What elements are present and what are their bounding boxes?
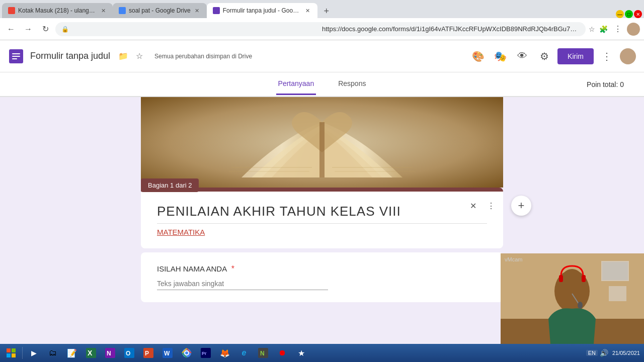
tab-respons[interactable]: Respons [336,73,368,95]
svg-rect-20 [602,262,628,280]
new-tab-button[interactable]: + [319,4,334,18]
form-subtitle: MATEMATIKA [157,228,487,236]
gmail-favicon [8,7,15,14]
app-header: Formulir tanpa judul 📁 ☆ Semua perubahan… [0,40,644,72]
card-actions: ✕ ⋮ [465,198,499,214]
addon-icon[interactable]: 🎨 [469,47,487,65]
start-button[interactable] [2,344,20,361]
svg-text:Pr: Pr [202,351,207,356]
tab-forms[interactable]: Formulir tanpa judul - Google F... ✕ [207,3,317,18]
svg-rect-22 [7,348,11,352]
taskbar-onenote-icon[interactable]: N [101,344,119,361]
taskbar-powerpoint-icon[interactable]: P [139,344,157,361]
svg-rect-21 [609,286,626,301]
section-badge: Bagian 1 dari 2 [141,178,199,192]
add-question-button[interactable]: + [511,196,531,216]
bookmark-star-icon[interactable]: ☆ [589,25,595,33]
taskbar-media-icon[interactable]: ▶ [25,344,43,361]
svg-text:O: O [126,350,130,357]
taskbar-notepad-icon[interactable]: 📝 [63,344,81,361]
svg-point-14 [561,269,583,293]
maximize-button[interactable]: □ [625,10,633,18]
taskbar-chrome-icon[interactable] [178,344,196,361]
tab-gmail[interactable]: Kotak Masuk (218) - ulanganmt... ✕ [2,3,113,18]
form-tabs: Pertanyaan Respons [0,72,644,97]
taskbar-separator [22,347,23,359]
svg-rect-24 [7,353,11,357]
settings-icon[interactable]: ⚙ [535,47,553,65]
taskbar-premiere-icon[interactable]: Pr [197,344,215,361]
collapse-icon[interactable]: ✕ [465,198,481,214]
user-avatar[interactable] [620,48,636,64]
question-label: ISILAH NAMA ANDA * [157,264,487,274]
profile-avatar[interactable] [627,23,640,36]
forward-button[interactable]: → [21,22,35,36]
save-status: Semua perubahan disimpan di Drive [154,53,252,60]
form-tabs-row: Pertanyaan Respons Poin total: 0 [0,72,644,97]
tab-drive-close[interactable]: ✕ [194,8,201,14]
forms-favicon [213,7,220,14]
question-card: ISILAH NAMA ANDA * [141,252,503,302]
points-total: Poin total: 0 [587,80,624,88]
extension-icon[interactable]: 🧩 [599,25,608,33]
short-answer-input[interactable] [157,280,328,290]
volume-icon[interactable]: 🔊 [600,349,608,357]
svg-rect-1 [12,53,20,54]
star-icon[interactable]: ☆ [132,49,146,63]
taskbar-date: 21/05/2021 [610,350,642,356]
address-bar-area: ← → ↻ 🔒 https://docs.google.com/forms/d/… [0,18,644,40]
taskbar-extra-icon[interactable]: ★ [292,344,310,361]
drive-favicon [119,7,126,14]
tab-pertanyaan[interactable]: Pertanyaan [276,73,316,95]
tab-drive-label: soal pat - Google Drive [129,7,191,14]
palette-icon[interactable]: 🎭 [491,47,509,65]
back-button[interactable]: ← [4,22,18,36]
folder-icon[interactable]: 📁 [116,49,130,63]
forms-app-icon [8,48,24,64]
language-selector[interactable]: EN [586,350,598,356]
browser-menu-icon[interactable]: ⋮ [611,22,625,36]
taskbar-firefox-icon[interactable]: 🦊 [216,344,234,361]
document-title: Formulir tanpa judul [30,51,110,61]
svg-rect-23 [12,348,16,352]
tab-gmail-close[interactable]: ✕ [100,8,107,14]
hero-image [141,97,503,188]
more-card-icon[interactable]: ⋮ [483,198,499,214]
form-title: PENILAIAN AKHIR TAHUN KELAS VIII [157,204,487,224]
tab-forms-close[interactable]: ✕ [304,8,311,14]
more-options-button[interactable]: ⋮ [598,47,616,65]
svg-text:P: P [145,350,149,357]
taskbar-word-icon[interactable]: W [158,344,177,361]
svg-point-18 [578,302,583,309]
taskbar-excel-icon[interactable]: X [82,344,100,361]
taskbar-record-icon[interactable]: ⏺ [273,344,291,361]
taskbar-explorer-icon[interactable]: 🗂 [44,344,62,361]
svg-rect-25 [12,353,16,357]
preview-icon[interactable]: 👁 [513,47,531,65]
tab-drive[interactable]: soal pat - Google Drive ✕ [113,3,207,18]
svg-text:W: W [164,350,170,357]
url-bar[interactable]: 🔒 https://docs.google.com/forms/d/1i1gI6… [55,22,586,36]
taskbar-nox-icon[interactable]: N [254,344,272,361]
minimize-button[interactable]: — [616,10,624,18]
svg-rect-15 [559,275,563,282]
svg-rect-16 [582,275,586,282]
taskbar-ie-icon[interactable]: e [235,344,253,361]
svg-text:N: N [260,350,265,357]
form-title-card: ✕ ⋮ PENILAIAN AKHIR TAHUN KELAS VIII MAT… [141,188,503,248]
required-indicator: * [231,264,234,273]
svg-text:N: N [107,350,111,357]
url-text: https://docs.google.com/forms/d/1i1gI64v… [322,25,580,33]
tab-forms-label: Formulir tanpa judul - Google F... [223,7,301,14]
taskbar-outlook-icon[interactable]: O [120,344,138,361]
send-button[interactable]: Kirim [557,48,594,64]
reload-button[interactable]: ↻ [38,22,52,36]
taskbar-right: EN 🔊 21/05/2021 [586,349,642,357]
svg-rect-3 [12,58,17,59]
svg-text:X: X [88,349,93,357]
close-button[interactable]: ✕ [634,10,642,18]
svg-point-38 [185,351,188,354]
webcam-label: vMcam [505,256,522,262]
tab-gmail-label: Kotak Masuk (218) - ulanganmt... [18,7,97,14]
webcam-overlay: vMcam [501,253,644,344]
